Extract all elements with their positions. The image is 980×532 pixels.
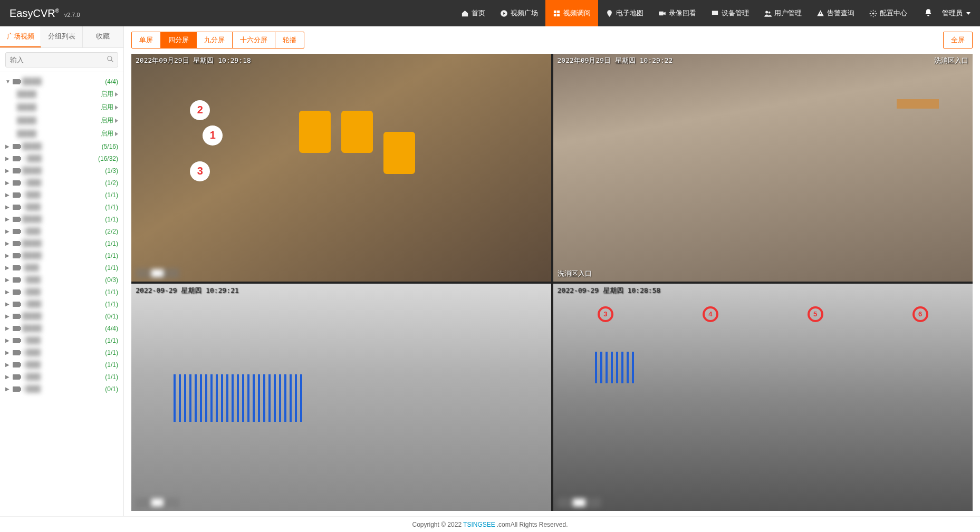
brand-logo: EasyCVR® v2.7.0 — [0, 7, 90, 20]
footer-brand[interactable]: TSINGSEE — [463, 521, 495, 528]
feed2-timestamp: 2022年09月29日 星期四 10:29:22 — [558, 56, 673, 65]
tree-child[interactable]: ████启用 — [2, 127, 121, 140]
bell-icon[interactable] — [924, 8, 933, 18]
nav-map[interactable]: 电子地图 — [598, 0, 651, 26]
layout-btn-0[interactable]: 单屏 — [132, 32, 161, 48]
tree-node[interactable]: ▶C███(16/32) — [2, 152, 121, 165]
nav-play[interactable]: 视频广场 — [493, 0, 545, 26]
video-cell-1[interactable]: 2022年09月29日 星期四 10:29:18 213 ███ — [131, 54, 551, 282]
tree-node[interactable]: ▶████(1/1) — [2, 213, 121, 225]
node-count: (1/1) — [105, 204, 118, 211]
tree-node[interactable]: ▶████(1/1) — [2, 237, 121, 249]
nav-gear[interactable]: 配置中心 — [862, 0, 915, 26]
tree-node[interactable]: ▶6███(1/1) — [2, 346, 121, 359]
search-icon[interactable] — [107, 55, 114, 64]
tree-node[interactable]: ▶████(5/16) — [2, 140, 121, 152]
svg-line-14 — [111, 60, 113, 62]
tree-node[interactable]: ▶5███(0/1) — [2, 383, 121, 395]
device-icon — [13, 362, 20, 367]
device-icon — [13, 326, 20, 331]
node-label: E███ — [22, 179, 103, 187]
tree-node[interactable]: ▶████(4/4) — [2, 322, 121, 334]
node-label: ████ — [22, 167, 103, 175]
nav-alert[interactable]: 告警查询 — [809, 0, 862, 26]
node-label: 6███ — [22, 349, 103, 356]
tree-node[interactable]: ▶4███(1/1) — [2, 359, 121, 371]
caret-icon: ▶ — [5, 289, 11, 295]
caret-icon: ▶ — [5, 301, 11, 307]
device-tree[interactable]: ▼████(4/4)████启用 ████启用 ████启用 ████启用 ▶█… — [0, 72, 123, 516]
tree-child[interactable]: ████启用 — [2, 101, 121, 114]
device-icon — [13, 253, 20, 258]
nav-cam[interactable]: 录像回看 — [651, 0, 704, 26]
video-toolbar: 单屏四分屏九分屏十六分屏轮播 全屏 — [131, 32, 973, 49]
tree-node[interactable]: ▶████(1/3) — [2, 165, 121, 177]
tree-node[interactable]: ▶r███(1/1) — [2, 262, 121, 274]
video-grid: 2022年09月29日 星期四 10:29:18 213 ███ 2022年09… — [131, 54, 973, 511]
node-label: r███ — [22, 264, 103, 272]
search-input[interactable] — [5, 52, 118, 67]
node-label: ████ — [22, 142, 100, 150]
tree-node[interactable]: ▶6███(1/1) — [2, 201, 121, 213]
child-label: ████ — [17, 117, 99, 124]
tree-child[interactable]: ████启用 — [2, 114, 121, 127]
device-icon — [13, 79, 20, 84]
node-label: 7███ — [22, 191, 103, 199]
tree-node[interactable]: ▼████(4/4) — [2, 75, 121, 88]
footer-copyright: Copyright © 2022 — [412, 521, 462, 528]
svg-rect-8 — [713, 13, 716, 14]
device-icon — [13, 265, 20, 270]
feed3-timestamp: 2022-09-29 星期四 10:29:21 — [136, 286, 239, 295]
device-icon — [13, 205, 20, 210]
fullscreen-button[interactable]: 全屏 — [943, 32, 973, 49]
sidebar-tab-0[interactable]: 广场视频 — [0, 26, 41, 47]
device-icon — [13, 217, 20, 222]
feed1-bottom-label: ███ — [136, 268, 179, 278]
node-label: ████ — [22, 252, 103, 259]
tree-node[interactable]: ▶E███(1/1) — [2, 298, 121, 310]
svg-rect-3 — [554, 14, 556, 16]
node-label: 1███ — [22, 373, 103, 381]
tree-node[interactable]: ▶7███(1/1) — [2, 189, 121, 201]
node-label: 7███ — [22, 336, 103, 344]
svg-rect-11 — [820, 12, 821, 14]
caret-icon: ▶ — [5, 265, 11, 270]
video-cell-2[interactable]: 2022年09月29日 星期四 10:29:22 洗消区入口 洗消区入口 — [553, 54, 973, 282]
sidebar-search — [0, 48, 123, 72]
layout-btn-1[interactable]: 四分屏 — [161, 32, 197, 48]
video-cell-3[interactable]: 2022-09-29 星期四 10:29:21 ███ — [131, 284, 551, 511]
sidebar-tab-1[interactable]: 分组列表 — [41, 26, 82, 47]
node-label: 3███ — [22, 227, 103, 235]
caret-icon: ▶ — [5, 253, 11, 258]
tree-node[interactable]: ▶████(0/1) — [2, 310, 121, 322]
sidebar-tab-2[interactable]: 收藏 — [83, 26, 123, 47]
layout-btn-2[interactable]: 九分屏 — [197, 32, 233, 48]
layout-btn-3[interactable]: 十六分屏 — [233, 32, 275, 48]
node-count: (5/16) — [102, 143, 118, 150]
device-icon — [13, 289, 20, 295]
tree-node[interactable]: ▶2███(1/1) — [2, 286, 121, 298]
tree-node[interactable]: ▶████(1/1) — [2, 249, 121, 262]
nav-grid[interactable]: 视频调阅 — [545, 0, 598, 26]
nav-home[interactable]: 首页 — [454, 0, 493, 26]
svg-rect-5 — [659, 11, 664, 15]
admin-menu[interactable]: 管理员 — [942, 8, 971, 18]
tree-child[interactable]: ████启用 — [2, 88, 121, 101]
svg-rect-1 — [554, 10, 556, 13]
layout-btn-4[interactable]: 轮播 — [275, 32, 304, 48]
node-count: (1/1) — [105, 191, 118, 199]
nav-user[interactable]: 用户管理 — [756, 0, 809, 26]
svg-point-12 — [872, 12, 875, 14]
tree-node[interactable]: ▶7███(1/1) — [2, 334, 121, 346]
tree-node[interactable]: ▶E███(1/2) — [2, 177, 121, 189]
tree-node[interactable]: ▶7███(0/3) — [2, 274, 121, 286]
tree-node[interactable]: ▶3███(2/2) — [2, 225, 121, 237]
device-icon — [13, 192, 20, 198]
node-count: (1/1) — [105, 337, 118, 344]
tree-node[interactable]: ▶1███(1/1) — [2, 371, 121, 383]
svg-rect-4 — [557, 14, 560, 16]
nav-device[interactable]: 设备管理 — [704, 0, 756, 26]
node-label: 6███ — [22, 203, 103, 211]
video-cell-4[interactable]: 2022-09-29 星期四 10:28:58 3456 ███ — [553, 284, 973, 511]
caret-icon: ▶ — [5, 204, 11, 210]
